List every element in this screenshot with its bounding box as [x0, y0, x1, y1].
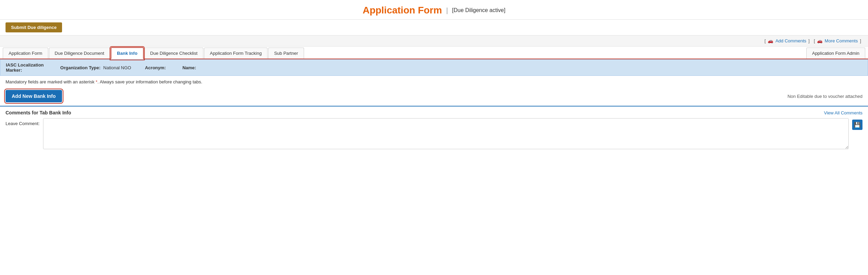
iasc-localization-label: IASC LocalizationMarker: [6, 62, 44, 73]
submit-due-diligence-button[interactable]: Submit Due diligence [6, 22, 62, 32]
leave-comment-label: Leave Comment: [6, 118, 40, 126]
acronym-label: Acronym: [145, 65, 166, 70]
add-comments-icon: 🚗 [768, 38, 773, 43]
org-type-value: National NGO [103, 65, 131, 70]
save-comment-button[interactable]: 💾 [852, 120, 862, 130]
leave-comment-row: Leave Comment: 💾 [6, 118, 862, 149]
more-comments-icon: 🚗 [817, 38, 822, 43]
add-comments-link[interactable]: Add Comments [775, 38, 806, 43]
non-editable-notice: Non Editable due to voucher attached [787, 94, 862, 99]
iasc-info-bar: IASC LocalizationMarker: Organization Ty… [0, 59, 868, 76]
top-action-bar: Submit Due diligence [0, 20, 868, 35]
iasc-localization-field: IASC LocalizationMarker: [6, 62, 47, 73]
comments-section-title: Comments for Tab Bank Info [6, 110, 71, 115]
save-icon: 💾 [854, 122, 861, 128]
page-title-divider: | [446, 7, 448, 14]
org-type-field: Organization Type: National NGO [60, 65, 131, 70]
leave-comment-textarea[interactable] [43, 118, 849, 149]
mandatory-text-1: Mandatory fields are marked with an aste… [6, 79, 96, 84]
bracket-open: [ [765, 38, 766, 43]
tab-sub-partner[interactable]: Sub Partner [268, 48, 304, 59]
comments-section: Comments for Tab Bank Info View All Comm… [0, 106, 868, 153]
page-title: Application Form [363, 5, 442, 16]
bracket-close-2: ] [860, 38, 861, 43]
org-type-label: Organization Type: [60, 65, 101, 70]
add-new-bank-info-button[interactable]: Add New Bank Info [6, 90, 62, 102]
mandatory-notice: Mandatory fields are marked with an aste… [0, 76, 868, 88]
name-field: Name: [182, 65, 199, 70]
tabs-container: Application Form Due Diligence Document … [0, 47, 868, 59]
mandatory-text-2: . Always save your information before ch… [98, 79, 202, 84]
tab-due-diligence-checklist[interactable]: Due Diligence Checklist [144, 48, 203, 59]
view-all-comments-link[interactable]: View All Comments [824, 110, 862, 115]
page-header: Application Form | [Due Diligence active… [0, 0, 868, 20]
comments-section-header: Comments for Tab Bank Info View All Comm… [6, 110, 862, 115]
bank-action-row: Add New Bank Info Non Editable due to vo… [0, 88, 868, 106]
tab-application-form[interactable]: Application Form [3, 48, 48, 59]
tab-bank-info[interactable]: Bank Info [111, 47, 143, 59]
tab-due-diligence-document[interactable]: Due Diligence Document [49, 48, 110, 59]
acronym-field: Acronym: [145, 65, 169, 70]
tab-application-form-admin[interactable]: Application Form Admin [806, 48, 865, 59]
tab-application-form-tracking[interactable]: Application Form Tracking [204, 48, 268, 59]
more-comments-link[interactable]: More Comments [825, 38, 858, 43]
name-label: Name: [182, 65, 196, 70]
bracket-open-2: [ [814, 38, 815, 43]
bracket-close: ] [808, 38, 810, 43]
page-subtitle: [Due Diligence active] [452, 7, 505, 13]
comments-bar: [ 🚗 Add Comments ] [ 🚗 More Comments ] [0, 35, 868, 47]
